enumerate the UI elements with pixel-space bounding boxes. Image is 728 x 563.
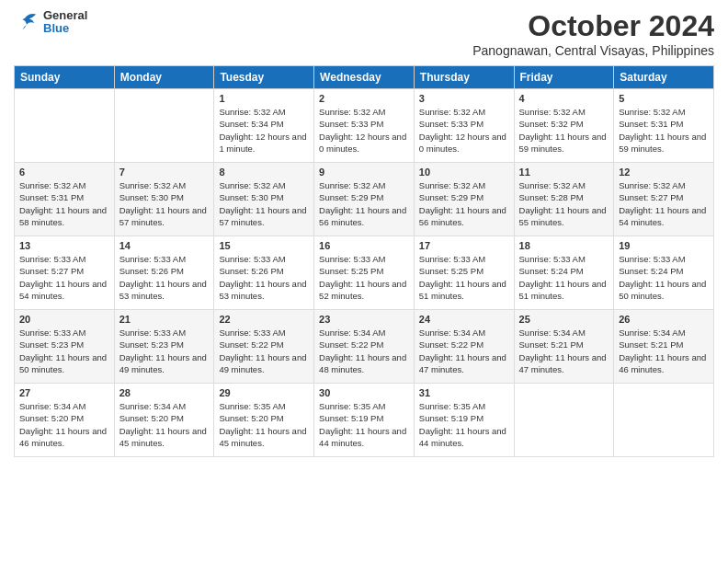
day-detail: Sunrise: 5:32 AM Sunset: 5:31 PM Dayligh… — [19, 179, 109, 228]
day-number: 2 — [319, 93, 409, 104]
table-row: 30Sunrise: 5:35 AM Sunset: 5:19 PM Dayli… — [314, 384, 415, 457]
day-detail: Sunrise: 5:32 AM Sunset: 5:29 PM Dayligh… — [419, 179, 509, 228]
table-row — [15, 89, 115, 163]
day-detail: Sunrise: 5:35 AM Sunset: 5:20 PM Dayligh… — [219, 400, 309, 449]
day-detail: Sunrise: 5:33 AM Sunset: 5:23 PM Dayligh… — [19, 327, 109, 375]
col-sunday: Sunday — [15, 66, 115, 89]
table-row: 17Sunrise: 5:33 AM Sunset: 5:25 PM Dayli… — [414, 236, 514, 310]
day-detail: Sunrise: 5:33 AM Sunset: 5:26 PM Dayligh… — [219, 253, 309, 302]
table-row: 27Sunrise: 5:34 AM Sunset: 5:20 PM Dayli… — [15, 384, 115, 457]
day-number: 1 — [219, 93, 309, 104]
day-number: 16 — [319, 240, 409, 251]
calendar-header-row: Sunday Monday Tuesday Wednesday Thursday… — [15, 66, 714, 89]
day-detail: Sunrise: 5:34 AM Sunset: 5:20 PM Dayligh… — [19, 400, 109, 449]
logo-general: General — [43, 9, 87, 22]
day-number: 27 — [19, 387, 109, 398]
day-detail: Sunrise: 5:33 AM Sunset: 5:22 PM Dayligh… — [219, 327, 309, 375]
table-row: 10Sunrise: 5:32 AM Sunset: 5:29 PM Dayli… — [414, 163, 514, 236]
col-friday: Friday — [514, 66, 614, 89]
day-number: 28 — [119, 387, 210, 398]
day-number: 21 — [119, 314, 210, 325]
table-row: 31Sunrise: 5:35 AM Sunset: 5:19 PM Dayli… — [414, 384, 514, 457]
day-number: 15 — [219, 240, 309, 251]
table-row: 20Sunrise: 5:33 AM Sunset: 5:23 PM Dayli… — [15, 310, 115, 384]
table-row: 24Sunrise: 5:34 AM Sunset: 5:22 PM Dayli… — [414, 310, 514, 384]
day-number: 22 — [219, 314, 309, 325]
col-tuesday: Tuesday — [214, 66, 314, 89]
table-row: 29Sunrise: 5:35 AM Sunset: 5:20 PM Dayli… — [214, 384, 314, 457]
calendar-week-row: 1Sunrise: 5:32 AM Sunset: 5:34 PM Daylig… — [15, 89, 714, 163]
table-row: 12Sunrise: 5:32 AM Sunset: 5:27 PM Dayli… — [614, 163, 714, 236]
day-number: 7 — [119, 167, 210, 178]
table-row: 23Sunrise: 5:34 AM Sunset: 5:22 PM Dayli… — [314, 310, 415, 384]
table-row: 15Sunrise: 5:33 AM Sunset: 5:26 PM Dayli… — [214, 236, 314, 310]
table-row — [114, 89, 214, 163]
day-number: 18 — [519, 240, 609, 251]
day-detail: Sunrise: 5:32 AM Sunset: 5:27 PM Dayligh… — [619, 179, 709, 228]
table-row: 21Sunrise: 5:33 AM Sunset: 5:23 PM Dayli… — [114, 310, 214, 384]
table-row: 14Sunrise: 5:33 AM Sunset: 5:26 PM Dayli… — [114, 236, 214, 310]
table-row: 9Sunrise: 5:32 AM Sunset: 5:29 PM Daylig… — [314, 163, 415, 236]
day-number: 5 — [619, 93, 709, 104]
page-header: General Blue October 2024 Panognawan, Ce… — [14, 9, 714, 58]
logo-bird-icon — [14, 9, 40, 35]
day-detail: Sunrise: 5:33 AM Sunset: 5:23 PM Dayligh… — [119, 327, 210, 375]
table-row: 26Sunrise: 5:34 AM Sunset: 5:21 PM Dayli… — [614, 310, 714, 384]
day-number: 24 — [419, 314, 509, 325]
day-detail: Sunrise: 5:32 AM Sunset: 5:31 PM Dayligh… — [619, 106, 709, 155]
table-row: 6Sunrise: 5:32 AM Sunset: 5:31 PM Daylig… — [15, 163, 115, 236]
day-number: 20 — [19, 314, 109, 325]
table-row: 5Sunrise: 5:32 AM Sunset: 5:31 PM Daylig… — [614, 89, 714, 163]
day-detail: Sunrise: 5:32 AM Sunset: 5:32 PM Dayligh… — [519, 106, 609, 155]
month-title: October 2024 — [472, 9, 714, 43]
logo: General Blue — [14, 9, 87, 36]
day-number: 11 — [519, 167, 609, 178]
calendar-table: Sunday Monday Tuesday Wednesday Thursday… — [14, 65, 714, 457]
day-detail: Sunrise: 5:33 AM Sunset: 5:25 PM Dayligh… — [319, 253, 409, 302]
day-detail: Sunrise: 5:32 AM Sunset: 5:30 PM Dayligh… — [219, 179, 309, 228]
table-row: 1Sunrise: 5:32 AM Sunset: 5:34 PM Daylig… — [214, 89, 314, 163]
table-row — [614, 384, 714, 457]
day-detail: Sunrise: 5:35 AM Sunset: 5:19 PM Dayligh… — [419, 400, 509, 449]
table-row: 19Sunrise: 5:33 AM Sunset: 5:24 PM Dayli… — [614, 236, 714, 310]
logo-text: General Blue — [43, 9, 87, 36]
day-number: 19 — [619, 240, 709, 251]
day-detail: Sunrise: 5:33 AM Sunset: 5:24 PM Dayligh… — [519, 253, 609, 302]
calendar-week-row: 27Sunrise: 5:34 AM Sunset: 5:20 PM Dayli… — [15, 384, 714, 457]
day-number: 6 — [19, 167, 109, 178]
day-number: 3 — [419, 93, 509, 104]
table-row: 28Sunrise: 5:34 AM Sunset: 5:20 PM Dayli… — [114, 384, 214, 457]
day-detail: Sunrise: 5:32 AM Sunset: 5:28 PM Dayligh… — [519, 179, 609, 228]
col-monday: Monday — [114, 66, 214, 89]
title-block: October 2024 Panognawan, Central Visayas… — [472, 9, 714, 58]
day-detail: Sunrise: 5:33 AM Sunset: 5:26 PM Dayligh… — [119, 253, 210, 302]
day-number: 8 — [219, 167, 309, 178]
day-detail: Sunrise: 5:34 AM Sunset: 5:20 PM Dayligh… — [119, 400, 210, 449]
table-row: 4Sunrise: 5:32 AM Sunset: 5:32 PM Daylig… — [514, 89, 614, 163]
day-number: 12 — [619, 167, 709, 178]
table-row: 16Sunrise: 5:33 AM Sunset: 5:25 PM Dayli… — [314, 236, 415, 310]
table-row: 18Sunrise: 5:33 AM Sunset: 5:24 PM Dayli… — [514, 236, 614, 310]
table-row: 11Sunrise: 5:32 AM Sunset: 5:28 PM Dayli… — [514, 163, 614, 236]
calendar-week-row: 6Sunrise: 5:32 AM Sunset: 5:31 PM Daylig… — [15, 163, 714, 236]
day-detail: Sunrise: 5:34 AM Sunset: 5:21 PM Dayligh… — [519, 327, 609, 375]
table-row: 8Sunrise: 5:32 AM Sunset: 5:30 PM Daylig… — [214, 163, 314, 236]
table-row: 7Sunrise: 5:32 AM Sunset: 5:30 PM Daylig… — [114, 163, 214, 236]
day-detail: Sunrise: 5:33 AM Sunset: 5:27 PM Dayligh… — [19, 253, 109, 302]
calendar-week-row: 20Sunrise: 5:33 AM Sunset: 5:23 PM Dayli… — [15, 310, 714, 384]
calendar-week-row: 13Sunrise: 5:33 AM Sunset: 5:27 PM Dayli… — [15, 236, 714, 310]
day-number: 25 — [519, 314, 609, 325]
col-thursday: Thursday — [414, 66, 514, 89]
day-detail: Sunrise: 5:32 AM Sunset: 5:30 PM Dayligh… — [119, 179, 210, 228]
day-detail: Sunrise: 5:34 AM Sunset: 5:21 PM Dayligh… — [619, 327, 709, 375]
day-number: 26 — [619, 314, 709, 325]
day-number: 29 — [219, 387, 309, 398]
table-row: 2Sunrise: 5:32 AM Sunset: 5:33 PM Daylig… — [314, 89, 415, 163]
day-number: 13 — [19, 240, 109, 251]
day-number: 31 — [419, 387, 509, 398]
table-row: 13Sunrise: 5:33 AM Sunset: 5:27 PM Dayli… — [15, 236, 115, 310]
day-detail: Sunrise: 5:32 AM Sunset: 5:34 PM Dayligh… — [219, 106, 309, 155]
location-title: Panognawan, Central Visayas, Philippines — [472, 43, 714, 58]
day-number: 23 — [319, 314, 409, 325]
table-row: 25Sunrise: 5:34 AM Sunset: 5:21 PM Dayli… — [514, 310, 614, 384]
